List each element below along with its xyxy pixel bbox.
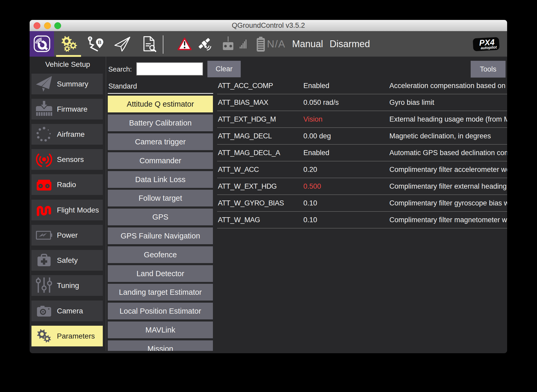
svg-text:A: A (89, 37, 91, 41)
svg-text:B: B (98, 40, 101, 45)
